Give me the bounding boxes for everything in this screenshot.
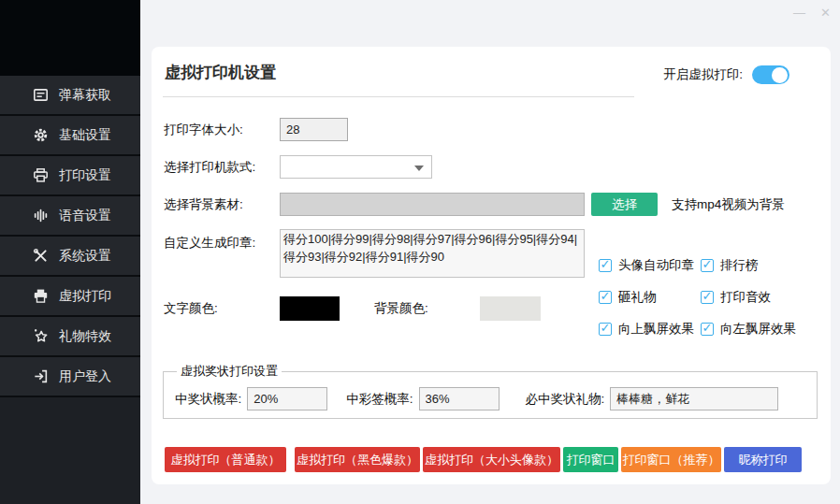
page-title: 虚拟打印机设置 xyxy=(165,62,276,83)
mp4-note: 支持mp4视频为背景 xyxy=(672,196,785,213)
sidebar-item-label: 打印设置 xyxy=(59,167,111,184)
checkbox-icon[interactable] xyxy=(599,291,612,304)
stamp-textarea[interactable]: 得分100|得分99|得分98|得分97|得分96|得分95|得分94|得分93… xyxy=(280,229,585,278)
sidebar: 弹幕获取 基础设置 打印设置 xyxy=(0,0,140,504)
checkbox-icon[interactable] xyxy=(599,323,612,336)
font-size-label: 打印字体大小: xyxy=(164,118,243,141)
sidebar-item-basic-settings[interactable]: 基础设置 xyxy=(0,116,140,156)
action-button-row: 虚拟打印（普通款） 虚拟打印（黑色爆款） 虚拟打印（大小头像款） 打印窗口 打印… xyxy=(165,447,802,472)
btn-nickname-print[interactable]: 昵称打印 xyxy=(724,447,802,472)
btn-print-window[interactable]: 打印窗口 xyxy=(563,447,618,472)
checkbox-smash-gift[interactable]: 砸礼物 xyxy=(599,289,701,306)
window-minimize-button[interactable]: — xyxy=(793,5,805,22)
virtual-print-toggle[interactable] xyxy=(752,65,789,84)
window-controls: — ✕ xyxy=(793,5,831,22)
checkbox-icon[interactable] xyxy=(701,291,714,304)
title-divider xyxy=(163,96,634,97)
tools-icon xyxy=(33,248,49,264)
login-icon xyxy=(33,368,49,384)
btn-print-window-recommended[interactable]: 打印窗口（推荐） xyxy=(621,447,721,472)
sidebar-item-system-settings[interactable]: 系统设置 xyxy=(0,237,140,277)
printer-style-select[interactable] xyxy=(280,155,432,179)
background-material-input[interactable] xyxy=(280,193,585,216)
gear-icon xyxy=(33,127,49,143)
award-gift-input[interactable] xyxy=(610,387,778,410)
font-size-input[interactable] xyxy=(280,118,348,141)
logo-area xyxy=(0,0,140,76)
checkbox-label: 打印音效 xyxy=(720,289,771,306)
sidebar-item-label: 语音设置 xyxy=(59,208,111,224)
gift-star-icon xyxy=(33,328,49,344)
checkbox-print-sound[interactable]: 打印音效 xyxy=(701,289,796,306)
sidebar-item-label: 虚拟打印 xyxy=(59,288,111,305)
btn-virtual-print-avatar[interactable]: 虚拟打印（大小头像款） xyxy=(423,447,560,472)
checkbox-icon[interactable] xyxy=(701,323,714,336)
printer-filled-icon xyxy=(33,288,49,304)
bg-color-label: 背景颜色: xyxy=(374,296,428,321)
checkbox-label: 向上飘屏效果 xyxy=(618,321,694,338)
chevron-down-icon xyxy=(414,166,424,171)
checkbox-label: 头像自动印章 xyxy=(618,257,694,274)
settings-card: 虚拟打印机设置 开启虚拟打印: 打印字体大小: 选择打印机款式: 选择背景素材:… xyxy=(152,47,831,484)
sidebar-item-label: 礼物特效 xyxy=(59,328,111,345)
sidebar-item-user-login[interactable]: 用户登入 xyxy=(0,357,140,397)
danmu-icon xyxy=(33,87,49,103)
sidebar-item-label: 系统设置 xyxy=(59,248,111,265)
sidebar-menu: 弹幕获取 基础设置 打印设置 xyxy=(0,76,140,397)
checkbox-leaderboard[interactable]: 排行榜 xyxy=(701,257,796,274)
sidebar-item-label: 用户登入 xyxy=(59,368,111,385)
stamp-label: 自定义生成印章: xyxy=(164,231,255,254)
btn-virtual-print-black[interactable]: 虚拟打印（黑色爆款） xyxy=(295,447,420,472)
lottery-rate-input[interactable] xyxy=(419,387,500,410)
checkbox-icon[interactable] xyxy=(701,259,714,272)
sidebar-item-label: 基础设置 xyxy=(59,127,111,144)
checkbox-label: 排行榜 xyxy=(720,257,759,274)
virtual-print-toggle-row: 开启虚拟打印: xyxy=(663,65,789,84)
checkbox-icon[interactable] xyxy=(599,259,612,272)
text-color-label: 文字颜色: xyxy=(164,296,218,321)
checkbox-label: 砸礼物 xyxy=(618,289,657,306)
window-close-button[interactable]: ✕ xyxy=(820,5,831,22)
options-checkbox-grid: 头像自动印章 排行榜 砸礼物 打印音效 向上飘屏效果 向左飘屏效果 xyxy=(599,257,796,338)
toggle-label: 开启虚拟打印: xyxy=(663,66,743,83)
award-gift-label: 必中奖状礼物: xyxy=(526,391,605,408)
sidebar-item-virtual-print[interactable]: 虚拟打印 xyxy=(0,277,140,317)
printer-icon xyxy=(33,167,49,183)
lottery-rate-label: 中彩签概率: xyxy=(346,391,413,408)
sidebar-item-danmu[interactable]: 弹幕获取 xyxy=(0,76,140,116)
toggle-knob xyxy=(772,67,788,83)
sidebar-item-voice-settings[interactable]: 语音设置 xyxy=(0,196,140,237)
btn-virtual-print-normal[interactable]: 虚拟打印（普通款） xyxy=(165,447,286,472)
sidebar-item-print-settings[interactable]: 打印设置 xyxy=(0,156,140,196)
award-fieldset: 虚拟奖状打印设置 中奖状概率: 中彩签概率: 必中奖状礼物: xyxy=(163,363,818,419)
sidebar-item-label: 弹幕获取 xyxy=(59,87,111,104)
voice-icon xyxy=(33,208,49,223)
checkbox-float-up-effect[interactable]: 向上飘屏效果 xyxy=(599,321,701,338)
sidebar-item-gift-effects[interactable]: 礼物特效 xyxy=(0,317,140,357)
text-color-swatch[interactable] xyxy=(280,296,340,321)
award-rate-input[interactable] xyxy=(247,387,327,410)
checkbox-float-left-effect[interactable]: 向左飘屏效果 xyxy=(701,321,796,338)
checkbox-avatar-auto-stamp[interactable]: 头像自动印章 xyxy=(599,257,701,274)
printer-style-label: 选择打印机款式: xyxy=(164,155,255,179)
background-material-label: 选择背景素材: xyxy=(164,193,243,216)
main-area: — ✕ 虚拟打印机设置 开启虚拟打印: 打印字体大小: 选择打印机款式: 选择背… xyxy=(140,0,840,504)
checkbox-label: 向左飘屏效果 xyxy=(720,321,796,338)
choose-button[interactable]: 选择 xyxy=(591,193,658,216)
bg-color-swatch[interactable] xyxy=(480,296,541,321)
award-rate-label: 中奖状概率: xyxy=(175,391,241,408)
award-legend: 虚拟奖状打印设置 xyxy=(177,363,282,380)
